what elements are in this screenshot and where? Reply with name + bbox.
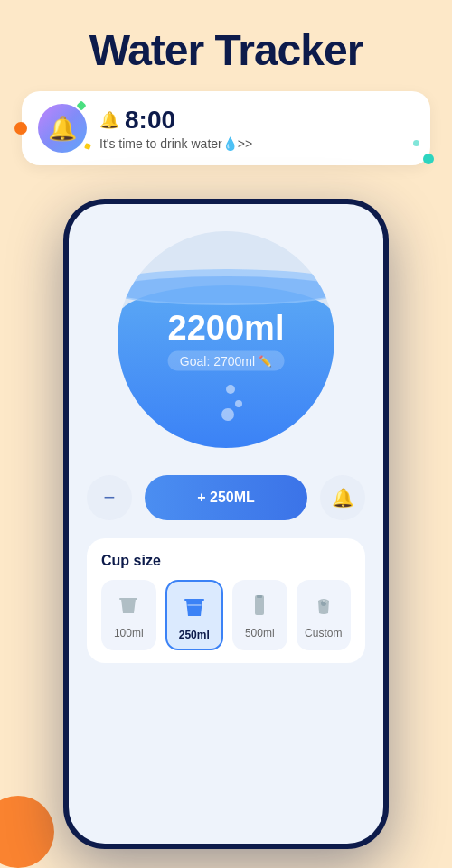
notification-card[interactable]: 🔔 🔔 8:00 It's time to drink water💧>> [22, 91, 430, 165]
spark-yellow-decoration [84, 143, 91, 150]
cup-option-100ml[interactable]: 100ml [101, 580, 156, 650]
phone-screen: 2200ml Goal: 2700ml ✏️ − + 250ML 🔔 Cup s… [69, 204, 383, 844]
phone-outer-shell: 2200ml Goal: 2700ml ✏️ − + 250ML 🔔 Cup s… [63, 199, 389, 849]
cup-label-500ml: 500ml [245, 627, 275, 639]
teal-dot-1 [423, 154, 434, 164]
notification-text: 🔔 8:00 It's time to drink water💧>> [99, 106, 252, 151]
svg-rect-1 [257, 595, 262, 598]
teal-dot-2 [413, 140, 419, 146]
cup-option-500ml[interactable]: 500ml [232, 580, 287, 650]
cup-option-custom[interactable]: Custom [297, 580, 352, 650]
bubble-3 [235, 400, 242, 407]
page-title: Water Tracker [0, 0, 452, 91]
controls-row: − + 250ML 🔔 [87, 475, 365, 520]
notification-icon-wrap: 🔔 [38, 104, 87, 153]
orange-blob-decoration [0, 796, 54, 868]
cup-label-250ml: 250ml [179, 629, 210, 641]
minus-button[interactable]: − [87, 475, 132, 520]
cup-label-100ml: 100ml [114, 627, 144, 639]
cup-label-custom: Custom [305, 627, 342, 639]
water-circle: 2200ml Goal: 2700ml ✏️ [118, 231, 334, 448]
cup-size-section: Cup size 100ml [87, 538, 365, 663]
cup-icon-250ml [178, 591, 211, 623]
cup-options-row: 100ml 250ml [101, 580, 351, 650]
water-text-overlay: 2200ml Goal: 2700ml ✏️ [168, 309, 285, 371]
notification-time: 🔔 8:00 [99, 106, 252, 135]
bell-button[interactable]: 🔔 [320, 475, 365, 520]
cup-option-250ml[interactable]: 250ml [165, 580, 224, 650]
water-wave-2 [118, 276, 334, 303]
cup-icon-500ml [243, 589, 276, 621]
cup-icon-100ml [112, 589, 145, 621]
time-icon: 🔔 [99, 110, 119, 130]
water-goal: Goal: 2700ml ✏️ [168, 351, 285, 371]
svg-rect-0 [255, 595, 264, 615]
cup-section-title: Cup size [101, 553, 351, 569]
bell-icon: 🔔 [48, 115, 77, 143]
svg-line-4 [325, 602, 327, 602]
spark-green-decoration [76, 100, 86, 110]
orange-dot-decoration [14, 122, 27, 135]
add-water-button[interactable]: + 250ML [145, 475, 307, 520]
cup-icon-custom [307, 589, 340, 621]
water-amount: 2200ml [168, 309, 285, 348]
phone-mockup: 2200ml Goal: 2700ml ✏️ − + 250ML 🔔 Cup s… [63, 199, 389, 849]
pencil-icon: ✏️ [259, 355, 272, 368]
notification-description: It's time to drink water💧>> [99, 136, 252, 151]
bubble-1 [226, 385, 235, 394]
